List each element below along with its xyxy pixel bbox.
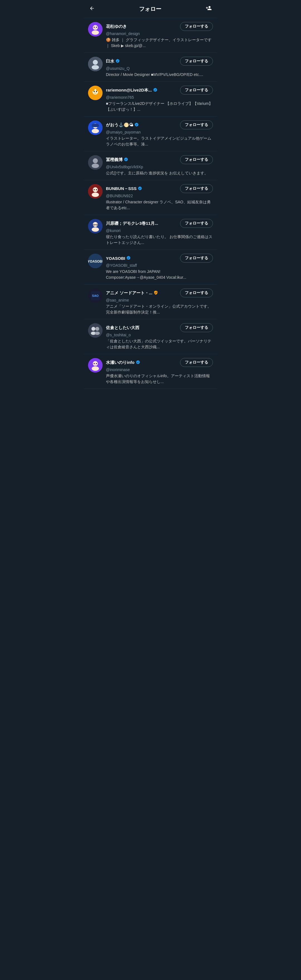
user-bio: 公式()です。主に原稿の 進捗状況を お伝えしていきます。 [106, 170, 213, 176]
svg-point-33 [92, 227, 99, 232]
user-name-group: アニメ ソードアート・... [106, 290, 178, 296]
svg-point-3 [94, 27, 95, 28]
avatar[interactable] [88, 86, 102, 100]
svg-point-2 [92, 30, 99, 35]
list-item: YOASOBI YOASOBIフォローする@YOASOBI_staffWe ar… [83, 250, 218, 285]
avatar[interactable] [88, 121, 102, 135]
avatar[interactable] [88, 155, 102, 170]
user-info: rariemonn@Live2D本...フォローする@rariemonn765■… [106, 86, 213, 112]
follow-button[interactable]: フォローする [180, 184, 213, 193]
follow-button[interactable]: フォローする [180, 219, 213, 228]
svg-point-48 [96, 363, 97, 364]
follow-button[interactable]: フォローする [180, 121, 213, 129]
avatar[interactable] [88, 184, 102, 199]
avatar[interactable] [88, 22, 102, 37]
svg-point-18 [96, 126, 97, 127]
user-info: アニメ ソードアート・...フォローする@sao_animeアニメ「ソードアート… [106, 288, 213, 315]
avatar[interactable] [88, 358, 102, 372]
user-handle: @s_toshitai_o [106, 333, 213, 337]
svg-text:SAO: SAO [92, 294, 99, 298]
gold-badge-icon [154, 290, 158, 296]
verified-badge-icon [136, 360, 140, 365]
user-info: 水瀬いのりinfoフォローする@inoriminase声優水瀬いのりのオフィシャ… [106, 358, 213, 385]
user-name-row: アニメ ソードアート・...フォローする [106, 288, 213, 298]
user-handle: @umaiyo_puyoman [106, 130, 213, 134]
list-item: 川原礫；デモクレ3巻11月...フォローする@kunori寝たり食ったり読んだり… [83, 215, 218, 250]
user-bio: Illustrator / Character designer ラノベ、SAO… [106, 199, 213, 211]
user-name-row: 水瀬いのりinfoフォローする [106, 358, 213, 367]
user-display-name: rariemonn@Live2D本... [106, 88, 152, 93]
svg-point-41 [95, 327, 99, 331]
list-item: rariemonn@Live2D本...フォローする@rariemonn765■… [83, 82, 218, 116]
list-item: 佐倉としたい大西フォローする@s_toshitai_o「佐倉としたい大西」の公式… [83, 319, 218, 354]
user-handle: @rariemonn765 [106, 95, 213, 100]
avatar[interactable] [88, 219, 102, 233]
svg-point-26 [94, 189, 95, 190]
verified-badge-icon [124, 157, 128, 162]
user-handle: @inoriminase [106, 368, 213, 372]
user-bio: 寝たり食ったり読んだり書いたり。 お仕事関係のご連絡はストレートエッジさん... [106, 234, 213, 246]
follow-button[interactable]: フォローする [180, 358, 213, 367]
user-name-group: 川原礫；デモクレ3巻11月... [106, 221, 178, 226]
user-handle: @YOASOBI_staff [106, 263, 213, 267]
verified-badge-icon [153, 88, 157, 93]
user-display-name: 臼水 [106, 59, 114, 64]
svg-point-7 [92, 65, 99, 70]
svg-point-17 [94, 126, 95, 127]
header: フォロー [83, 0, 218, 18]
user-name-group: がおう⚓🌕🌤 [106, 123, 178, 128]
user-handle: @BUNBUN922 [106, 194, 213, 198]
svg-point-12 [94, 91, 95, 92]
follow-button[interactable]: フォローする [180, 288, 213, 298]
user-display-name: BUNBUN－SSS [106, 186, 136, 191]
user-display-name: 水瀬いのりinfo [106, 360, 134, 365]
list-item: BUNBUN－SSSフォローする@BUNBUN922Illustrator / … [83, 180, 218, 215]
user-display-name: アニメ ソードアート・... [106, 290, 152, 296]
avatar[interactable] [88, 57, 102, 71]
list-item: SAO アニメ ソードアート・...フォローする@sao_animeアニメ「ソー… [83, 285, 218, 319]
avatar[interactable]: SAO [88, 288, 102, 303]
follow-button[interactable]: フォローする [180, 323, 213, 332]
svg-point-1 [93, 25, 98, 30]
svg-point-40 [91, 327, 95, 331]
user-name-group: 花杜ゆのき [106, 24, 178, 29]
svg-point-22 [92, 164, 99, 168]
user-display-name: 佐倉としたい大西 [106, 325, 139, 331]
user-display-name: 花杜ゆのき [106, 24, 127, 29]
follow-button[interactable]: フォローする [180, 254, 213, 262]
user-name-group: 臼水 [106, 59, 178, 64]
user-handle: @usumizu_Q [106, 66, 213, 71]
follow-button[interactable]: フォローする [180, 22, 213, 31]
user-info: がおう⚓🌕🌤フォローする@umaiyo_puyomanイラストレーター。ラストイ… [106, 121, 213, 147]
list-item: 冨樫義博フォローする@Un4v5s8bgsVk9Xp公式()です。主に原稿の 進… [83, 151, 218, 180]
list-item: 花杜ゆのきフォローする@hanamori_design🍪 雑多 ｜ グラフィック… [83, 18, 218, 53]
user-info: 冨樫義博フォローする@Un4v5s8bgsVk9Xp公式()です。主に原稿の 進… [106, 155, 213, 176]
svg-rect-16 [92, 124, 99, 127]
back-button[interactable] [88, 5, 96, 14]
verified-badge-icon [134, 123, 139, 128]
user-name-group: BUNBUN－SSS [106, 186, 178, 191]
svg-point-25 [92, 192, 99, 197]
add-user-button[interactable] [205, 4, 213, 14]
svg-text:YOASOBI: YOASOBI [88, 259, 102, 263]
follow-button[interactable]: フォローする [180, 57, 213, 66]
user-name-group: YOASOBI [106, 256, 178, 261]
user-name-row: 花杜ゆのきフォローする [106, 22, 213, 31]
user-name-group: 水瀬いのりinfo [106, 360, 178, 365]
verified-badge-icon [138, 186, 142, 191]
user-display-name: がおう⚓🌕🌤 [106, 123, 133, 128]
verified-badge-icon [126, 256, 131, 261]
svg-point-6 [93, 60, 98, 65]
user-name-row: 川原礫；デモクレ3巻11月...フォローする [106, 219, 213, 228]
follow-button[interactable]: フォローする [180, 155, 213, 164]
user-display-name: 川原礫；デモクレ3巻11月... [106, 221, 158, 226]
svg-point-27 [96, 189, 97, 190]
follow-button[interactable]: フォローする [180, 86, 213, 95]
user-handle: @kunori [106, 228, 213, 233]
avatar[interactable] [88, 323, 102, 338]
avatar[interactable]: YOASOBI [88, 254, 102, 268]
user-name-row: がおう⚓🌕🌤フォローする [106, 121, 213, 129]
user-name-row: 冨樫義博フォローする [106, 155, 213, 164]
user-info: 臼水フォローする@usumizu_QDirector / Movie Desig… [106, 57, 213, 78]
user-bio: ■フリーランス/Live2Dデザイナー 【ホロライブ】【Varium】【ぶいすぽ… [106, 101, 213, 112]
